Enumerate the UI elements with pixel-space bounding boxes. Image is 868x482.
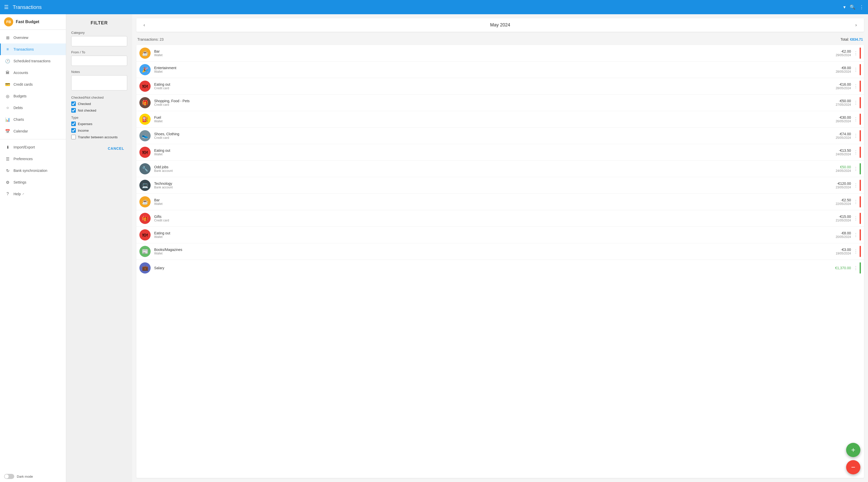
accounts-label: Accounts bbox=[13, 71, 28, 75]
checked-checkbox[interactable] bbox=[71, 101, 76, 106]
tx-name: Books/Magazines bbox=[154, 248, 836, 252]
tx-menu-icon[interactable]: ⋮ bbox=[854, 232, 858, 238]
from-to-label: From / To bbox=[71, 50, 127, 54]
tx-date: 21/05/2024 bbox=[836, 219, 851, 222]
tx-menu-icon[interactable]: ⋮ bbox=[854, 216, 858, 221]
tx-info: Eating out Wallet bbox=[154, 231, 836, 239]
sidebar-item-scheduled[interactable]: 🕐 Scheduled transactions bbox=[0, 55, 66, 67]
prev-month-button[interactable]: ‹ bbox=[142, 21, 147, 29]
menu-icon[interactable]: ☰ bbox=[4, 4, 9, 10]
from-to-input[interactable] bbox=[71, 56, 127, 66]
tx-indicator bbox=[860, 180, 861, 191]
tx-amount: -€13.50 bbox=[836, 149, 851, 153]
help-label: Help bbox=[13, 192, 21, 196]
sidebar: FB Fast Budget ⊞ Overview ≡ Transactions… bbox=[0, 14, 66, 482]
tx-menu-icon[interactable]: ⋮ bbox=[854, 100, 858, 105]
sidebar-item-overview[interactable]: ⊞ Overview bbox=[0, 32, 66, 43]
tx-menu-icon[interactable]: ⋮ bbox=[854, 84, 858, 89]
transaction-item: 🔧 Odd jobs Bank account €50.00 24/05/202… bbox=[136, 161, 864, 177]
transactions-icon: ≡ bbox=[5, 46, 10, 52]
transaction-item: ⛽ Fuel Wallet -€30.00 26/05/2024 ⋮ bbox=[136, 111, 864, 128]
tx-name: Eating out bbox=[154, 149, 836, 153]
transfer-checkbox[interactable] bbox=[71, 135, 76, 139]
budgets-label: Budgets bbox=[13, 94, 27, 98]
transfer-label: Transfer between accounts bbox=[78, 135, 118, 139]
tx-icon: ☕ bbox=[140, 196, 151, 207]
sidebar-item-calendar[interactable]: 📅 Calendar bbox=[0, 125, 66, 137]
expenses-row: Expenses bbox=[71, 122, 127, 126]
sidebar-item-settings[interactable]: ⚙ Settings bbox=[0, 176, 66, 188]
expenses-checkbox[interactable] bbox=[71, 122, 76, 126]
tx-right: -€8.00 28/05/2024 bbox=[836, 66, 851, 73]
dark-mode-toggle[interactable] bbox=[4, 474, 14, 479]
tx-menu-icon[interactable]: ⋮ bbox=[854, 67, 858, 72]
next-month-button[interactable]: › bbox=[853, 21, 859, 29]
transaction-item: 👟 Shoes, Clothing Credit card -€74.00 25… bbox=[136, 128, 864, 144]
tx-icon: 💻 bbox=[140, 180, 151, 191]
tx-indicator bbox=[860, 114, 861, 125]
tx-date: 22/05/2024 bbox=[836, 202, 851, 206]
tx-right: -€120.00 23/05/2024 bbox=[836, 182, 851, 189]
income-checkbox[interactable] bbox=[71, 128, 76, 133]
tx-amount: -€2.50 bbox=[836, 198, 851, 202]
add-transaction-button[interactable]: + bbox=[846, 443, 860, 457]
tx-menu-icon[interactable]: ⋮ bbox=[854, 199, 858, 205]
charts-label: Charts bbox=[13, 118, 24, 122]
sidebar-item-help[interactable]: ? Help ↗ bbox=[0, 188, 66, 200]
transactions-label: Transactions bbox=[13, 47, 34, 51]
tx-menu-icon[interactable]: ⋮ bbox=[854, 133, 858, 138]
tx-indicator bbox=[860, 64, 861, 75]
import-export-label: Import/Export bbox=[13, 145, 35, 149]
tx-indicator bbox=[860, 213, 861, 224]
more-icon[interactable]: ⋮ bbox=[859, 4, 864, 10]
tx-menu-icon[interactable]: ⋮ bbox=[854, 249, 858, 254]
sidebar-item-credit-cards[interactable]: 💳 Credit cards bbox=[0, 78, 66, 90]
notes-input[interactable] bbox=[71, 75, 127, 91]
tx-name: Shoes, Clothing bbox=[154, 132, 836, 136]
tx-amount: €1,370.00 bbox=[835, 266, 851, 270]
tx-name: Bar bbox=[154, 198, 836, 202]
tx-icon: 🎉 bbox=[140, 64, 151, 75]
tx-date: 25/05/2024 bbox=[836, 136, 851, 139]
app-name: Fast Budget bbox=[16, 20, 39, 24]
total-amount: Total: €834.71 bbox=[840, 37, 863, 41]
sidebar-item-budgets[interactable]: ◎ Budgets bbox=[0, 90, 66, 102]
tx-icon: 🍽 bbox=[140, 147, 151, 158]
sidebar-divider bbox=[0, 139, 66, 139]
content: FILTER Category From / To Notes Checked/… bbox=[66, 14, 868, 482]
tx-info: Eating out Credit card bbox=[154, 83, 836, 90]
cancel-button[interactable]: CANCEL bbox=[105, 144, 127, 153]
dropdown-icon[interactable]: ▾ bbox=[843, 4, 846, 10]
tx-menu-icon[interactable]: ⋮ bbox=[854, 166, 858, 171]
sidebar-item-accounts[interactable]: 🏛 Accounts bbox=[0, 67, 66, 78]
credit-cards-label: Credit cards bbox=[13, 83, 33, 87]
sidebar-item-import-export[interactable]: ⬇ Import/Export bbox=[0, 141, 66, 153]
tx-menu-icon[interactable]: ⋮ bbox=[854, 117, 858, 122]
tx-menu-icon[interactable]: ⋮ bbox=[854, 183, 858, 188]
tx-account: Wallet bbox=[154, 252, 836, 255]
sidebar-item-charts[interactable]: 📊 Charts bbox=[0, 114, 66, 125]
tx-info: Eating out Wallet bbox=[154, 149, 836, 156]
tx-amount: -€15.00 bbox=[836, 215, 851, 219]
tx-amount: -€16.00 bbox=[836, 83, 851, 87]
help-external-icon: ↗ bbox=[22, 192, 24, 196]
sidebar-item-debts[interactable]: ○ Debts bbox=[0, 102, 66, 114]
transaction-item: 📰 Books/Magazines Wallet -€3.00 19/05/20… bbox=[136, 243, 864, 260]
sidebar-item-transactions[interactable]: ≡ Transactions bbox=[0, 43, 66, 55]
category-input[interactable] bbox=[71, 36, 127, 46]
search-icon[interactable]: 🔍 bbox=[850, 4, 855, 10]
settings-icon: ⚙ bbox=[5, 180, 10, 185]
transfer-row: Transfer between accounts bbox=[71, 135, 127, 139]
month-nav: ‹ May 2024 › bbox=[136, 18, 864, 32]
remove-transaction-button[interactable]: − bbox=[846, 460, 860, 474]
tx-info: Bar Wallet bbox=[154, 49, 836, 57]
sidebar-item-bank-sync[interactable]: ↻ Bank synchronization bbox=[0, 165, 66, 176]
tx-indicator bbox=[860, 196, 861, 207]
tx-menu-icon[interactable]: ⋮ bbox=[854, 150, 858, 155]
not-checked-checkbox[interactable] bbox=[71, 108, 76, 113]
tx-menu-icon[interactable]: ⋮ bbox=[854, 265, 858, 271]
tx-menu-icon[interactable]: ⋮ bbox=[854, 50, 858, 56]
tx-info: Odd jobs Bank account bbox=[154, 165, 836, 172]
sidebar-item-preferences[interactable]: ☰ Preferences bbox=[0, 153, 66, 165]
tx-info: Fuel Wallet bbox=[154, 116, 836, 123]
